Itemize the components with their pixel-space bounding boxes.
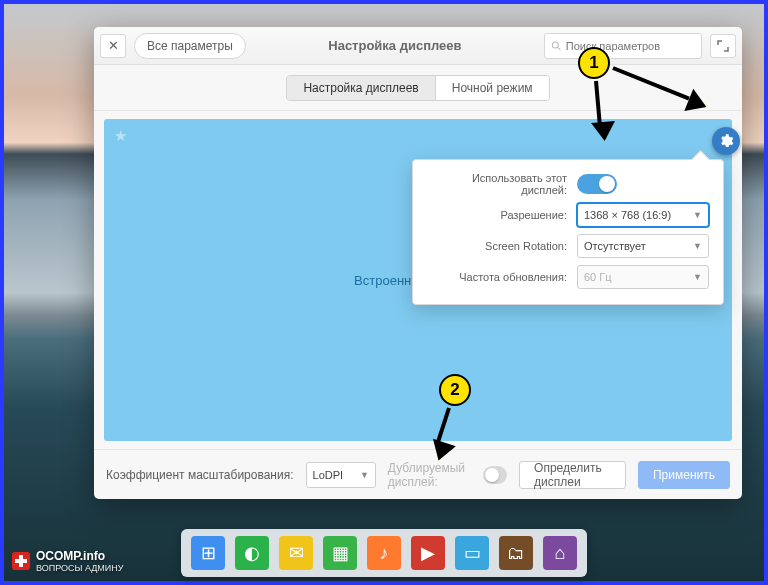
chevron-down-icon: ▼: [693, 241, 702, 251]
refresh-label: Частота обновления:: [427, 271, 567, 283]
rotation-value: Отсутствует: [584, 240, 646, 252]
dock-calendar-icon[interactable]: ▦: [323, 536, 357, 570]
window-close-button[interactable]: ✕: [100, 34, 126, 58]
tab-displays-label: Настройка дисплеев: [303, 81, 418, 95]
window-title: Настройка дисплеев: [254, 38, 536, 53]
watermark-logo-icon: [12, 552, 30, 570]
chevron-down-icon: ▼: [693, 272, 702, 282]
watermark-line2: ВОПРОСЫ АДМИНУ: [36, 563, 124, 573]
close-icon: ✕: [108, 38, 119, 53]
rotation-select[interactable]: Отсутствует ▼: [577, 234, 709, 258]
mode-toolbar: Настройка дисплеев Ночной режим: [94, 65, 742, 111]
resolution-select[interactable]: 1368 × 768 (16:9) ▼: [577, 203, 709, 227]
dock-browser-icon[interactable]: ◐: [235, 536, 269, 570]
detect-displays-label: Определить дисплеи: [534, 461, 611, 489]
dock-videos-icon[interactable]: ▶: [411, 536, 445, 570]
gear-icon: [718, 133, 734, 149]
svg-point-0: [552, 41, 558, 47]
search-icon: [551, 40, 562, 52]
use-display-label: Использовать этот дисплей:: [427, 172, 567, 196]
display-settings-gear-button[interactable]: [712, 127, 740, 155]
mirror-display-label: Дублируемый дисплей:: [388, 461, 477, 489]
refresh-select: 60 Гц ▼: [577, 265, 709, 289]
tab-displays[interactable]: Настройка дисплеев: [287, 76, 434, 100]
tab-night-mode[interactable]: Ночной режим: [435, 76, 549, 100]
watermark: OCOMP.info ВОПРОСЫ АДМИНУ: [12, 549, 124, 573]
scale-select[interactable]: LoDPI ▼: [306, 462, 376, 488]
apply-button: Применить: [638, 461, 730, 489]
content-area: ★ Встроенный дисплей Использовать этот д…: [94, 111, 742, 449]
search-input[interactable]: [566, 40, 695, 52]
dock-multitasking-icon[interactable]: ⊞: [191, 536, 225, 570]
display-settings-popover: Использовать этот дисплей: Разрешение: 1…: [412, 159, 724, 305]
search-field[interactable]: [544, 33, 702, 59]
displays-settings-window: ✕ Все параметры Настройка дисплеев Настр…: [94, 27, 742, 499]
use-display-toggle[interactable]: [577, 174, 617, 194]
mirror-display-toggle[interactable]: [483, 466, 507, 484]
maximize-icon: [717, 40, 729, 52]
apply-label: Применить: [653, 468, 715, 482]
watermark-line1: OCOMP.info: [36, 549, 105, 563]
chevron-down-icon: ▼: [360, 470, 369, 480]
resolution-label: Разрешение:: [427, 209, 567, 221]
desktop: ✕ Все параметры Настройка дисплеев Настр…: [0, 0, 768, 585]
dock: ⊞ ◐ ✉ ▦ ♪ ▶ ▭ 🗂 ⌂: [181, 529, 587, 577]
dock-mail-icon[interactable]: ✉: [279, 536, 313, 570]
dock-music-icon[interactable]: ♪: [367, 536, 401, 570]
mode-segmented-control: Настройка дисплеев Ночной режим: [286, 75, 549, 101]
detect-displays-button[interactable]: Определить дисплеи: [519, 461, 626, 489]
scale-label: Коэффициент масштабирования:: [106, 468, 294, 482]
tab-night-label: Ночной режим: [452, 81, 533, 95]
all-params-label: Все параметры: [147, 39, 233, 53]
chevron-down-icon: ▼: [693, 210, 702, 220]
refresh-value: 60 Гц: [584, 271, 612, 283]
footer-bar: Коэффициент масштабирования: LoDPI ▼ Дуб…: [94, 449, 742, 499]
all-params-button[interactable]: Все параметры: [134, 33, 246, 59]
titlebar: ✕ Все параметры Настройка дисплеев: [94, 27, 742, 65]
dock-appcenter-icon[interactable]: ⌂: [543, 536, 577, 570]
dock-files-icon[interactable]: 🗂: [499, 536, 533, 570]
scale-value: LoDPI: [313, 469, 344, 481]
rotation-label: Screen Rotation:: [427, 240, 567, 252]
svg-line-1: [558, 47, 561, 50]
display-canvas[interactable]: ★ Встроенный дисплей Использовать этот д…: [104, 119, 732, 441]
dock-photos-icon[interactable]: ▭: [455, 536, 489, 570]
primary-display-star-icon: ★: [114, 127, 127, 145]
resolution-value: 1368 × 768 (16:9): [584, 209, 671, 221]
window-maximize-button[interactable]: [710, 34, 736, 58]
